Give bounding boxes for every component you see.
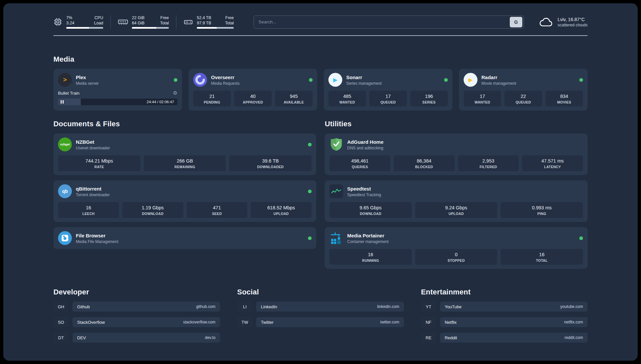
disk-icon <box>184 18 193 26</box>
bookmark-youtube[interactable]: YT YouTubeyoutube.com <box>421 302 588 312</box>
search-input[interactable] <box>259 19 510 24</box>
app-name: qBittorrent <box>76 186 110 192</box>
adguard-shield-icon <box>329 137 343 151</box>
qbittorrent-icon: qb <box>58 184 72 198</box>
disk-total-value: 97.9 TB <box>197 20 211 26</box>
section-title-entertainment: Entertainment <box>421 288 588 296</box>
app-desc: Media server <box>76 81 99 86</box>
bookmark-abbr: YT <box>421 302 436 312</box>
plex-card[interactable]: > Plex Media server Bullet Train ⚙ 24:44… <box>53 69 182 110</box>
portainer-card[interactable]: Media Portainer Container management 16R… <box>325 227 588 269</box>
cpu-progress-bar <box>66 27 103 29</box>
plex-icon: > <box>58 73 72 87</box>
app-name: AdGuard Home <box>347 139 383 145</box>
stat-latency: 47.571 msLATENCY <box>522 155 583 171</box>
cpu-label: CPU <box>95 15 103 20</box>
stat-download: 1.19 GbpsDOWNLOAD <box>122 202 183 218</box>
app-desc: Container management <box>347 239 388 244</box>
stat-blocked: 86,384BLOCKED <box>394 155 455 171</box>
sonarr-card[interactable]: ▶ Sonarr Series management 485WANTED 17Q… <box>324 69 452 110</box>
ram-progress-bar <box>132 27 169 29</box>
status-dot <box>308 236 312 240</box>
disk-metric: 52.4 TBFree 97.9 TBTotal <box>176 15 234 29</box>
status-dot <box>308 143 312 146</box>
cpu-chip-icon <box>53 17 62 26</box>
section-title-media: Media <box>53 55 588 64</box>
stat-total: 16TOTAL <box>501 249 583 265</box>
section-title-documents: Documents & Files <box>53 120 316 128</box>
stat-downloaded: 39.6 TBDOWNLOADED <box>229 155 312 171</box>
app-name: File Browser <box>76 232 118 239</box>
speedtest-graph-icon <box>329 184 343 198</box>
ram-free-label: Free <box>160 15 169 20</box>
app-desc: Torrent downloader <box>76 193 110 197</box>
stat-filtered: 2,953FILTERED <box>458 155 519 171</box>
disk-progress-bar <box>197 27 234 29</box>
stat-movies: 834MOVIES <box>545 91 583 106</box>
stat-upload: 9.24 GbpsUPLOAD <box>415 202 498 218</box>
stat-remaining: 266 GBREMAINING <box>144 155 226 171</box>
bookmark-github[interactable]: GH Githubgithub.com <box>53 302 220 312</box>
bookmark-abbr: GH <box>53 302 69 312</box>
app-desc: Movie management <box>481 81 516 86</box>
ram-metric: 22 GiBFree 64 GiBTotal <box>110 15 169 29</box>
filebrowser-icon <box>58 231 72 245</box>
radarr-icon: ▶ <box>464 73 477 87</box>
stat-queued: 17QUEUED <box>369 91 407 106</box>
section-title-social: Social <box>237 288 404 296</box>
search-engine-button[interactable]: G <box>510 17 522 27</box>
cloud-icon <box>538 16 554 28</box>
app-desc: Media Requests <box>211 81 240 86</box>
now-playing-title: Bullet Train <box>58 91 79 96</box>
stat-approved: 40APPROVED <box>234 91 272 106</box>
adguard-card[interactable]: AdGuard Home DNS and adblocking 498,461Q… <box>325 134 588 175</box>
ram-total-value: 64 GiB <box>132 20 144 26</box>
weather-condition: scattered clouds <box>558 23 588 27</box>
nzbget-card[interactable]: nzbget NZBGet Usenet downloader 744.21 M… <box>53 134 316 175</box>
screen: 7%CPU 3.24Load 22 GiBFree 64 GiBTotal <box>0 0 641 364</box>
bookmark-stackoverflow[interactable]: SO StackOverflowstackoverflow.com <box>53 317 220 327</box>
app-desc: Media File Management <box>76 239 118 244</box>
speedtest-card[interactable]: Speedtest Speedtest Tracking 9.65 GbpsDO… <box>325 180 588 222</box>
app-desc: Series management <box>346 81 382 86</box>
playback-progress-bar[interactable]: 24:44 / 02:06:47 <box>58 99 177 105</box>
ram-free-value: 22 GiB <box>132 15 144 20</box>
system-metrics: 7%CPU 3.24Load 22 GiBFree 64 GiBTotal <box>53 15 234 29</box>
stat-download: 9.65 GbpsDOWNLOAD <box>329 202 412 218</box>
bookmark-abbr: SO <box>53 317 69 327</box>
ram-total-label: Total <box>160 20 169 26</box>
stat-upload: 618.52 MbpsUPLOAD <box>251 202 312 218</box>
overseerr-card[interactable]: Overseerr Media Requests 21PENDING 40APP… <box>189 69 317 110</box>
stat-wanted: 17WANTED <box>464 91 501 106</box>
stat-leech: 16LEECH <box>58 202 119 218</box>
app-name: Sonarr <box>346 74 382 80</box>
stat-pending: 21PENDING <box>193 91 231 106</box>
status-dot <box>174 78 177 82</box>
qbittorrent-card[interactable]: qb qBittorrent Torrent downloader 16LEEC… <box>53 180 316 222</box>
status-dot <box>579 78 583 82</box>
weather-widget: Lviv, 16.87°C scattered clouds <box>538 16 588 28</box>
bookmark-group-developer: Developer GH Githubgithub.com SO StackOv… <box>53 288 220 343</box>
sonarr-icon: ▶ <box>328 73 342 87</box>
app-desc: Usenet downloader <box>76 146 110 150</box>
app-desc: Speedtest Tracking <box>347 193 381 197</box>
disk-free-label: Free <box>225 15 234 20</box>
status-dot <box>444 78 448 82</box>
stat-wanted: 485WANTED <box>328 91 366 106</box>
radarr-card[interactable]: ▶ Radarr Movie management 17WANTED 22QUE… <box>459 69 588 110</box>
stat-series: 196SERIES <box>410 91 448 106</box>
stat-seed: 471SEED <box>187 202 248 218</box>
bookmark-reddit[interactable]: RE Redditreddit.com <box>421 333 588 343</box>
status-dot <box>579 236 583 240</box>
filebrowser-card[interactable]: File Browser Media File Management <box>53 227 316 249</box>
gear-icon[interactable]: ⚙ <box>173 90 177 96</box>
bookmark-linkedin[interactable]: LI LinkedInlinkedin.com <box>237 302 404 312</box>
bookmark-netflix[interactable]: NF Netflixnetflix.com <box>421 317 588 327</box>
cpu-metric: 7%CPU 3.24Load <box>53 15 103 29</box>
search-bar: G <box>254 15 524 29</box>
bookmark-dev[interactable]: DT DEVdev.to <box>53 333 220 343</box>
bookmark-twitter[interactable]: TW Twittertwitter.com <box>237 317 404 327</box>
pause-icon[interactable] <box>61 100 64 104</box>
cpu-percent: 7% <box>66 15 72 20</box>
stat-available: 945AVAILABLE <box>275 91 313 106</box>
